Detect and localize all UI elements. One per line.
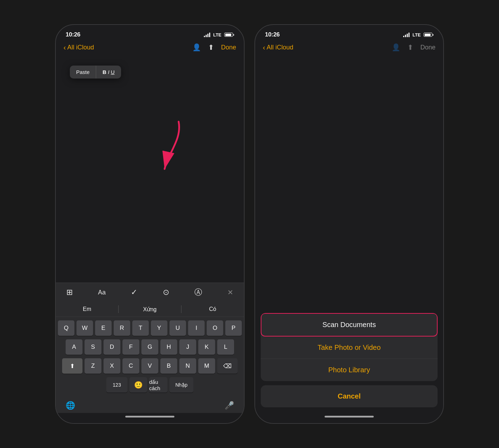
cancel-button[interactable]: Cancel: [261, 385, 438, 407]
left-phone: 10:26 LTE ‹ A: [55, 24, 245, 424]
shift-key[interactable]: ⬆: [62, 358, 82, 374]
share-icon-right[interactable]: ⬆: [407, 43, 413, 52]
status-time-left: 10:26: [66, 31, 80, 38]
key-j[interactable]: J: [179, 339, 196, 355]
chevron-left-icon-right: ‹: [263, 43, 265, 52]
autocomplete-em[interactable]: Em: [56, 306, 118, 312]
battery-icon-right: [424, 33, 433, 37]
status-bar-left: 10:26 LTE: [56, 25, 244, 42]
chevron-left-icon: ‹: [64, 43, 66, 52]
home-indicator-right: [255, 413, 443, 423]
key-p[interactable]: P: [225, 320, 242, 336]
key-s[interactable]: S: [85, 339, 101, 355]
key-f[interactable]: F: [122, 339, 139, 355]
popup-paste[interactable]: Paste: [70, 66, 96, 79]
battery-icon-left: [224, 33, 234, 37]
key-i[interactable]: I: [188, 320, 205, 336]
return-key[interactable]: Nhập: [169, 377, 193, 393]
signal-icon: [204, 33, 210, 37]
popup-menu: Paste B I U: [70, 66, 121, 79]
camera-icon[interactable]: ⊙: [163, 288, 169, 297]
arrow-annotation: [147, 118, 189, 176]
key-m[interactable]: M: [198, 358, 215, 374]
take-photo-item[interactable]: Take Photo or Video: [261, 337, 438, 359]
key-h[interactable]: H: [160, 339, 177, 355]
key-row-4: 123 🙂 dấu cách Nhập: [58, 377, 242, 393]
key-v[interactable]: V: [141, 358, 158, 374]
keyboard: Q W E R T Y U I O P A S D F G H J K: [56, 317, 244, 398]
key-z[interactable]: Z: [85, 358, 101, 374]
key-w[interactable]: W: [76, 320, 93, 336]
done-button-left[interactable]: Done: [221, 44, 236, 51]
formatting-toolbar: ⊞ Aa ✓ ⊙ Ⓐ ✕: [56, 283, 244, 302]
checklist-icon[interactable]: ✓: [131, 288, 137, 297]
status-bar-right: 10:26 LTE: [255, 25, 443, 42]
nav-right-right: 👤 ⬆ Done: [392, 43, 435, 52]
popup-format[interactable]: B I U: [96, 66, 121, 79]
autocomplete-co[interactable]: Có: [181, 306, 244, 312]
status-icons-left: LTE: [204, 32, 234, 38]
nav-bar-left: ‹ All iCloud 👤 ⬆ Done: [56, 42, 244, 55]
mic-icon[interactable]: 🎤: [225, 401, 234, 410]
markup-icon[interactable]: Ⓐ: [194, 287, 202, 298]
key-c[interactable]: C: [122, 358, 139, 374]
key-g[interactable]: G: [141, 339, 158, 355]
bottom-bar-left: 🌐 🎤: [56, 398, 244, 413]
delete-key[interactable]: ⌫: [217, 358, 238, 374]
status-icons-right: LTE: [403, 32, 433, 38]
right-phone: 10:26 LTE ‹ A: [254, 24, 444, 424]
key-x[interactable]: X: [104, 358, 120, 374]
key-l[interactable]: L: [217, 339, 234, 355]
key-u[interactable]: U: [169, 320, 186, 336]
lte-label-left: LTE: [213, 32, 221, 38]
key-r[interactable]: R: [114, 320, 130, 336]
key-a[interactable]: A: [66, 339, 82, 355]
share-icon[interactable]: ⬆: [208, 43, 214, 52]
status-time-right: 10:26: [265, 31, 280, 38]
action-sheet-group: Scan Documents Take Photo or Video Photo…: [261, 313, 438, 381]
key-k[interactable]: K: [198, 339, 215, 355]
home-indicator-left: [56, 413, 244, 423]
content-area-left: Paste B I U: [56, 55, 244, 283]
close-icon[interactable]: ✕: [227, 288, 233, 297]
numbers-key[interactable]: 123: [106, 377, 127, 393]
photo-library-item[interactable]: Photo Library: [261, 359, 438, 381]
key-y[interactable]: Y: [151, 320, 167, 336]
nav-right-left: 👤 ⬆ Done: [192, 43, 236, 52]
key-n[interactable]: N: [179, 358, 196, 374]
space-key[interactable]: dấu cách: [149, 377, 167, 393]
key-row-1: Q W E R T Y U I O P: [58, 320, 242, 336]
key-e[interactable]: E: [95, 320, 112, 336]
table-icon[interactable]: ⊞: [66, 288, 73, 297]
format-text-icon[interactable]: Aa: [98, 289, 106, 296]
autocomplete-xung[interactable]: Xứng: [119, 306, 181, 313]
globe-icon[interactable]: 🌐: [66, 401, 75, 410]
add-user-icon[interactable]: 👤: [192, 43, 201, 52]
key-t[interactable]: T: [132, 320, 149, 336]
key-q[interactable]: Q: [58, 320, 74, 336]
lte-label-right: LTE: [412, 32, 421, 38]
key-b[interactable]: B: [160, 358, 177, 374]
add-user-icon-right[interactable]: 👤: [392, 43, 400, 52]
done-button-right[interactable]: Done: [420, 44, 435, 51]
scan-documents-item[interactable]: Scan Documents: [261, 313, 438, 337]
emoji-key[interactable]: 🙂: [129, 377, 147, 393]
back-label-left: All iCloud: [67, 44, 94, 51]
back-button-left[interactable]: ‹ All iCloud: [64, 43, 94, 52]
back-label-right: All iCloud: [267, 44, 293, 51]
key-d[interactable]: D: [104, 339, 120, 355]
key-o[interactable]: O: [207, 320, 223, 336]
key-row-2: A S D F G H J K L: [58, 339, 242, 355]
back-button-right[interactable]: ‹ All iCloud: [263, 43, 293, 52]
nav-bar-right: ‹ All iCloud 👤 ⬆ Done: [255, 42, 443, 55]
key-row-3: ⬆ Z X C V B N M ⌫: [58, 358, 242, 374]
autocomplete-bar: Em Xứng Có: [56, 302, 244, 317]
action-sheet-overlay: Scan Documents Take Photo or Video Photo…: [255, 55, 443, 413]
signal-icon-right: [403, 33, 410, 37]
